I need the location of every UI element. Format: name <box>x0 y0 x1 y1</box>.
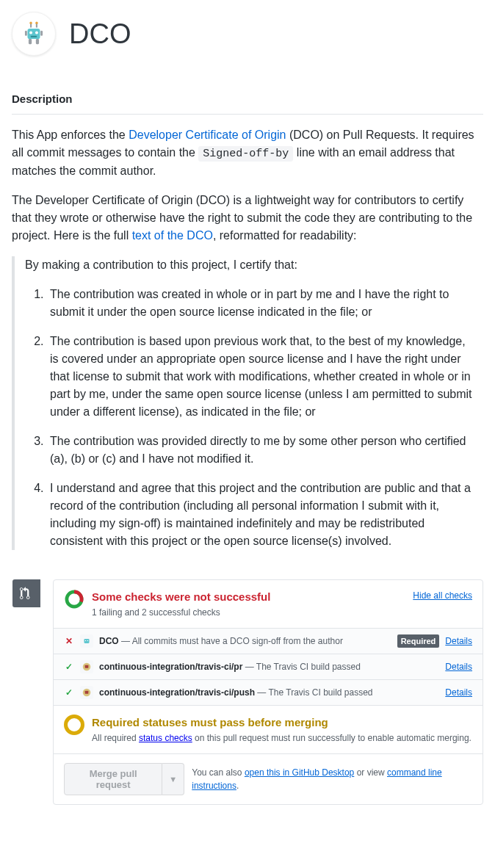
required-status-row: Required statuses must pass before mergi… <box>54 706 483 754</box>
quote-item: The contribution is based upon previous … <box>47 333 473 421</box>
check-name: DCO <box>99 636 119 646</box>
hide-all-checks-link[interactable]: Hide all checks <box>413 590 472 601</box>
quote-item: The contribution was provided directly t… <box>47 433 473 468</box>
svg-point-2 <box>29 21 32 23</box>
svg-rect-10 <box>29 39 32 44</box>
details-link[interactable]: Details <box>445 634 472 648</box>
checkmark-icon: ✓ <box>64 660 74 673</box>
svg-point-14 <box>85 640 86 640</box>
merge-dropdown-button[interactable]: ▼ <box>162 763 184 795</box>
check-avatar <box>80 634 93 648</box>
signed-off-by-code: Signed-off-by <box>198 146 293 162</box>
app-avatar <box>12 12 56 56</box>
description-body: This App enforces the Developer Certific… <box>12 126 483 551</box>
required-title: Required statuses must pass before mergi… <box>92 715 471 731</box>
quote-intro: By making a contribution to this project… <box>25 256 473 274</box>
status-checks-link[interactable]: status checks <box>139 733 192 743</box>
explain-paragraph: The Developer Certificate of Origin (DCO… <box>12 192 483 245</box>
merge-footer-text: You can also open this in GitHub Desktop… <box>192 766 472 792</box>
robot-icon <box>82 636 92 646</box>
check-avatar <box>80 686 93 699</box>
details-link[interactable]: Details <box>445 686 472 699</box>
merge-pull-request-button[interactable]: Merge pull request <box>64 763 162 795</box>
check-row: ✓ continuous-integration/travis-ci/pr — … <box>54 654 483 680</box>
pull-request-icon-tab <box>12 579 40 607</box>
quote-item: The contribution was created in whole or… <box>47 286 473 321</box>
check-name: continuous-integration/travis-ci/pr <box>99 662 242 672</box>
quote-item: I understand and agree that this project… <box>47 480 473 550</box>
checkmark-icon: ✓ <box>64 686 74 699</box>
svg-point-4 <box>35 21 37 23</box>
quote-list: The contribution was created in whole or… <box>25 286 473 550</box>
intro-paragraph: This App enforces the Developer Certific… <box>12 126 483 181</box>
svg-rect-8 <box>25 31 27 36</box>
check-name: continuous-integration/travis-ci/push <box>99 687 255 698</box>
merge-footer: Merge pull request ▼ You can also open t… <box>54 754 483 804</box>
status-donut-icon <box>64 589 84 610</box>
check-desc: — All commits must have a DCO sign-off f… <box>119 636 343 646</box>
dco-link[interactable]: Developer Certificate of Origin <box>129 129 286 141</box>
svg-rect-13 <box>84 639 90 643</box>
svg-rect-9 <box>40 31 43 36</box>
checks-title: Some checks were not successful <box>92 589 270 606</box>
svg-rect-11 <box>36 39 39 44</box>
details-link[interactable]: Details <box>445 660 472 673</box>
svg-point-6 <box>35 32 38 35</box>
dco-quote: By making a contribution to this project… <box>12 256 483 550</box>
checks-status-header: Some checks were not successful 1 failin… <box>54 580 483 629</box>
svg-rect-7 <box>31 36 37 37</box>
check-avatar <box>80 660 93 673</box>
checks-subtitle: 1 failing and 2 successful checks <box>92 606 270 619</box>
app-header: DCO <box>12 12 483 56</box>
dco-text-link[interactable]: text of the DCO <box>132 229 213 242</box>
svg-rect-19 <box>85 691 89 694</box>
check-row: ✕ DCO — All commits must have a DCO sign… <box>54 629 483 655</box>
check-desc: — The Travis CI build passed <box>255 687 373 698</box>
svg-rect-17 <box>85 665 89 668</box>
github-desktop-link[interactable]: open this in GitHub Desktop <box>245 767 354 778</box>
svg-point-15 <box>87 640 88 640</box>
merge-status-panel: Some checks were not successful 1 failin… <box>53 579 483 805</box>
svg-rect-0 <box>28 29 40 39</box>
pending-donut-icon <box>64 715 84 735</box>
check-desc: — The Travis CI build passed <box>242 662 361 672</box>
travis-icon <box>82 662 92 672</box>
app-title: DCO <box>69 13 131 55</box>
travis-icon <box>82 687 92 698</box>
description-heading: Description <box>12 91 483 115</box>
required-badge: Required <box>397 634 440 648</box>
git-pull-request-icon <box>20 587 33 600</box>
x-icon: ✕ <box>64 634 74 648</box>
svg-point-5 <box>29 32 32 35</box>
required-subtitle: All required status checks on this pull … <box>92 731 471 745</box>
check-row: ✓ continuous-integration/travis-ci/push … <box>54 680 483 706</box>
robot-icon <box>21 21 46 46</box>
